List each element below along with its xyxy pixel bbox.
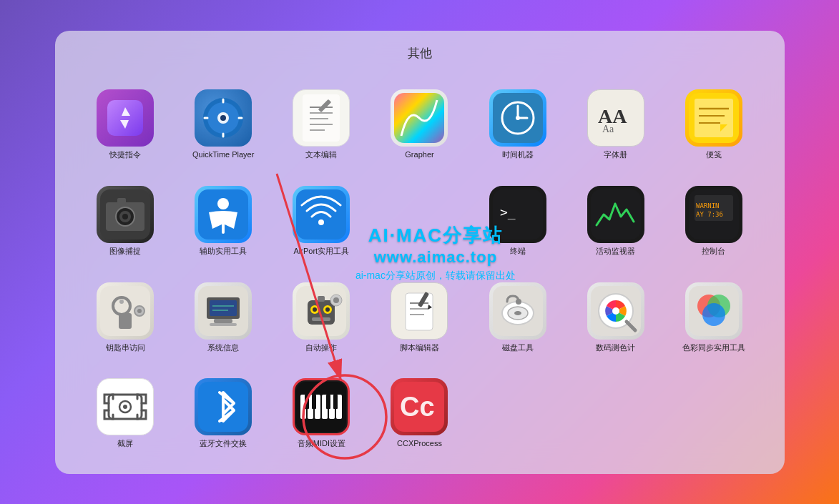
svg-rect-0	[107, 100, 143, 136]
svg-point-41	[318, 219, 324, 225]
svg-text:Cc: Cc	[400, 392, 435, 422]
app-quicktime[interactable]: QuickTime Player	[175, 74, 273, 164]
folder-window: 其他 快捷指令	[55, 31, 785, 474]
bluetooth-label: 蓝牙文件交换	[200, 439, 247, 448]
grapher-label: Grapher	[405, 150, 433, 159]
app-midi[interactable]: 音频MIDI设置	[273, 363, 371, 453]
quicktime-icon	[195, 89, 252, 147]
textedit-label: 文本编辑	[305, 150, 337, 159]
app-airport[interactable]: AirPort实用工具	[273, 170, 371, 260]
app-imagecapture[interactable]: 图像捕捉	[77, 170, 175, 260]
svg-rect-68	[312, 317, 330, 321]
svg-rect-69	[318, 296, 325, 302]
svg-rect-58	[214, 319, 232, 323]
svg-text:Aa: Aa	[602, 124, 614, 134]
activitymonitor-icon	[587, 186, 644, 243]
scripteditor-icon	[391, 282, 448, 340]
svg-rect-57	[210, 300, 237, 316]
svg-text:AY 7:36: AY 7:36	[696, 211, 723, 218]
app-scripteditor[interactable]: 脚本编辑器	[371, 267, 468, 356]
svg-rect-106	[326, 395, 330, 409]
stickies-icon	[685, 89, 742, 147]
shortcuts-label: 快捷指令	[109, 150, 141, 159]
app-colorsync[interactable]: 色彩同步实用工具	[664, 267, 762, 356]
app-grapher[interactable]: Grapher	[371, 74, 468, 164]
diskutil-icon	[489, 282, 546, 340]
svg-rect-104	[305, 395, 309, 409]
svg-rect-27	[695, 99, 733, 137]
digitalcolormeter-icon	[587, 282, 644, 340]
svg-point-52	[119, 300, 124, 304]
quicktime-label: QuickTime Player	[192, 150, 254, 159]
grapher-icon	[391, 89, 448, 147]
colorsync-icon	[685, 282, 742, 340]
svg-rect-10	[303, 94, 340, 142]
svg-text:WARNIN: WARNIN	[696, 202, 720, 209]
imagecapture-icon	[97, 186, 154, 243]
textedit-icon	[293, 89, 350, 147]
apps-grid: 快捷指令 QuickTime Player	[77, 74, 763, 453]
screenshot-label: 截屏	[117, 439, 133, 448]
keychain-label: 钥匙串访问	[106, 343, 145, 352]
app-keychain[interactable]: 钥匙串访问	[77, 267, 175, 356]
svg-rect-36	[117, 198, 126, 204]
app-activitymonitor[interactable]: 活动监视器	[566, 170, 664, 260]
app-fontbook[interactable]: AA Aa 字体册	[566, 74, 664, 164]
app-textedit[interactable]: 文本编辑	[273, 74, 371, 164]
terminal-icon: >_	[489, 186, 546, 243]
app-terminal[interactable]: >_ 终端	[468, 170, 566, 260]
app-accessibility[interactable]: 辅助实用工具	[175, 170, 273, 260]
diskutil-label: 磁盘工具	[502, 343, 534, 352]
activitymonitor-label: 活动监视器	[596, 247, 635, 256]
app-diskutil[interactable]: 磁盘工具	[468, 267, 566, 356]
airport-icon	[293, 186, 350, 243]
midi-label: 音频MIDI设置	[298, 439, 345, 448]
app-shortcuts[interactable]: 快捷指令	[77, 74, 175, 164]
app-automator[interactable]: 自动操作	[273, 267, 371, 356]
colorsync-label: 色彩同步实用工具	[682, 343, 745, 352]
svg-rect-59	[210, 323, 237, 326]
svg-point-22	[516, 116, 520, 120]
app-console[interactable]: WARNIN AY 7:36 控制台	[664, 170, 762, 260]
automator-icon	[293, 282, 350, 340]
console-label: 控制台	[702, 247, 725, 256]
timemachine-label: 时间机器	[502, 150, 534, 159]
svg-rect-44	[591, 189, 641, 239]
fontbook-icon: AA Aa	[587, 89, 644, 147]
app-sysinfo[interactable]: 系统信息	[175, 267, 273, 356]
console-icon: WARNIN AY 7:36	[685, 186, 742, 243]
app-stickies[interactable]: 便笺	[664, 74, 762, 164]
svg-point-82	[516, 299, 521, 305]
svg-point-8	[220, 115, 226, 121]
app-timemachine[interactable]: 时间机器	[468, 74, 566, 164]
accessibility-label: 辅助实用工具	[200, 247, 247, 256]
app-digitalcolormeter[interactable]: 数码测色计	[566, 267, 664, 356]
screenshot-icon	[97, 378, 154, 435]
keychain-icon	[97, 282, 154, 340]
scripteditor-label: 脚本编辑器	[400, 343, 439, 352]
sysinfo-icon	[195, 282, 252, 340]
svg-point-86	[612, 307, 619, 315]
svg-point-35	[122, 214, 128, 219]
svg-rect-105	[312, 395, 316, 409]
stickies-label: 便笺	[706, 150, 722, 159]
svg-rect-51	[119, 313, 132, 329]
svg-point-66	[313, 307, 317, 312]
ccxprocess-label: CCXProcess	[397, 439, 442, 448]
svg-text:>_: >_	[500, 204, 516, 219]
svg-point-71	[333, 297, 339, 303]
shortcuts-icon	[97, 89, 154, 147]
airport-label: AirPort实用工具	[294, 247, 350, 256]
app-bluetooth[interactable]: 蓝牙文件交换	[175, 363, 273, 453]
svg-point-67	[325, 307, 330, 312]
app-ccxprocess[interactable]: Cc CCXProcess	[371, 363, 468, 453]
accessibility-icon	[195, 186, 252, 243]
app-screenshot[interactable]: 截屏	[77, 363, 175, 453]
svg-point-38	[217, 198, 229, 209]
svg-rect-73	[406, 293, 433, 330]
svg-point-81	[514, 311, 521, 315]
terminal-label: 终端	[510, 247, 526, 256]
midi-icon	[293, 378, 350, 435]
automator-label: 自动操作	[305, 343, 337, 352]
svg-point-54	[137, 309, 142, 313]
